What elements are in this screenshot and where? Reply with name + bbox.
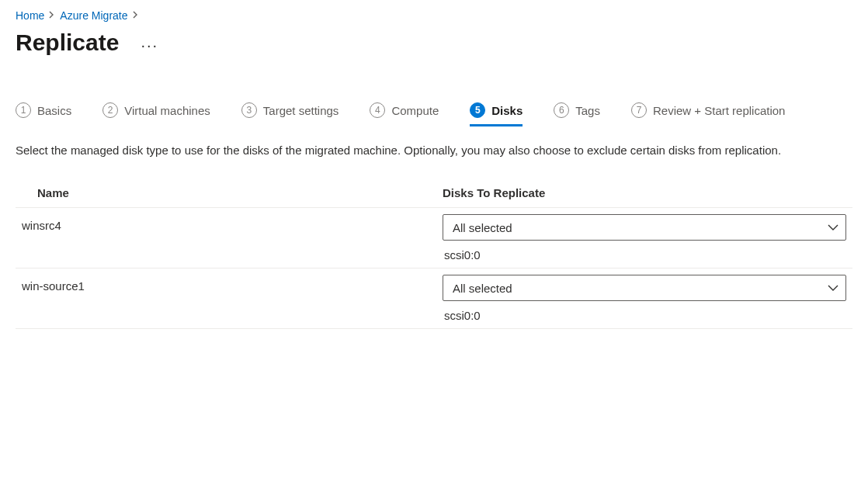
tab-label: Basics [37, 104, 71, 117]
step-number: 3 [241, 102, 257, 118]
wizard-tabs: 1 Basics 2 Virtual machines 3 Target set… [16, 102, 852, 126]
chevron-right-icon [133, 10, 139, 21]
tab-compute[interactable]: 4 Compute [370, 102, 439, 126]
chevron-right-icon [49, 10, 55, 21]
tab-target-settings[interactable]: 3 Target settings [241, 102, 339, 126]
step-number: 2 [102, 102, 118, 118]
tab-label: Disks [491, 104, 523, 117]
machine-name: win-source1 [16, 268, 436, 329]
disks-to-replicate-select[interactable]: All selected [443, 275, 846, 301]
table-row: win-source1 All selected scsi0:0 [16, 268, 852, 329]
step-number: 5 [470, 102, 485, 118]
tab-basics[interactable]: 1 Basics [16, 102, 71, 126]
breadcrumb: Home Azure Migrate [16, 9, 852, 22]
instructional-text: Select the managed disk type to use for … [16, 144, 852, 157]
tab-label: Tags [575, 104, 600, 117]
select-value: All selected [453, 221, 512, 234]
step-number: 1 [16, 102, 31, 118]
disk-scsi-label: scsi0:0 [443, 248, 846, 262]
tab-label: Compute [391, 104, 439, 117]
disks-to-replicate-select[interactable]: All selected [443, 214, 846, 241]
disks-table: Name Disks To Replicate winsrc4 All sele… [16, 178, 852, 329]
page-title: Replicate [16, 29, 119, 56]
disk-scsi-label: scsi0:0 [443, 309, 846, 322]
machine-name: winsrc4 [16, 208, 436, 268]
step-number: 4 [370, 102, 385, 118]
more-actions-button[interactable]: ··· [141, 32, 158, 54]
column-header-name: Name [16, 178, 436, 208]
step-number: 6 [554, 102, 569, 118]
step-number: 7 [631, 102, 647, 118]
tab-label: Review + Start replication [653, 104, 786, 117]
tab-disks[interactable]: 5 Disks [470, 102, 523, 126]
tab-label: Target settings [263, 104, 339, 117]
tab-virtual-machines[interactable]: 2 Virtual machines [102, 102, 210, 126]
table-row: winsrc4 All selected scsi0:0 [16, 208, 852, 268]
select-value: All selected [453, 282, 512, 295]
breadcrumb-home[interactable]: Home [16, 9, 44, 22]
breadcrumb-azure-migrate[interactable]: Azure Migrate [60, 9, 127, 22]
tab-label: Virtual machines [124, 104, 210, 117]
tab-tags[interactable]: 6 Tags [554, 102, 600, 126]
column-header-disks: Disks To Replicate [436, 178, 852, 208]
tab-review-start[interactable]: 7 Review + Start replication [631, 102, 786, 126]
